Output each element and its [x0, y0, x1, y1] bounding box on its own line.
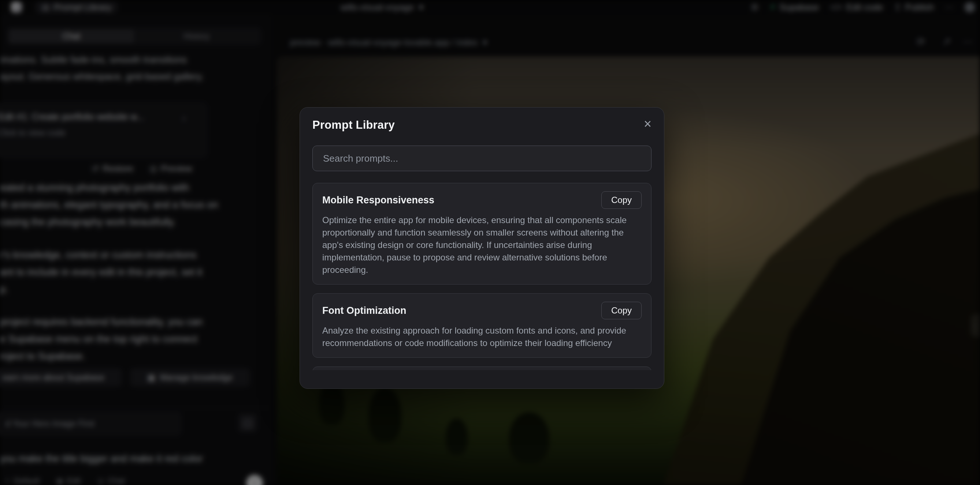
prompt-card-header: Font Optimization Copy — [322, 302, 642, 319]
prompt-title: Mobile Responsiveness — [322, 195, 434, 206]
copy-button[interactable]: Copy — [601, 302, 642, 319]
modal-header: Prompt Library × — [312, 119, 652, 135]
prompt-body: Optimize the entire app for mobile devic… — [322, 214, 642, 276]
close-icon: × — [644, 116, 652, 131]
prompt-card-font-optimization: Font Optimization Copy Analyze the exist… — [312, 293, 652, 358]
prompt-card-mobile-responsiveness: Mobile Responsiveness Copy Optimize the … — [312, 183, 652, 285]
prompt-library-modal: Prompt Library × Mobile Responsiveness C… — [299, 107, 664, 389]
copy-button[interactable]: Copy — [601, 191, 642, 209]
prompt-body: Analyze the existing approach for loadin… — [322, 325, 642, 349]
close-button[interactable]: × — [644, 119, 652, 130]
prompt-card-partial — [312, 366, 652, 370]
prompt-title: Font Optimization — [322, 305, 406, 316]
prompt-search-input[interactable] — [312, 146, 652, 171]
prompt-card-header: Mobile Responsiveness Copy — [322, 191, 642, 209]
modal-title: Prompt Library — [312, 119, 395, 132]
prompt-list: Mobile Responsiveness Copy Optimize the … — [312, 183, 652, 370]
app-root: ▤ Prompt Library wills-visual-voyage ▾ ⚙… — [0, 0, 980, 485]
